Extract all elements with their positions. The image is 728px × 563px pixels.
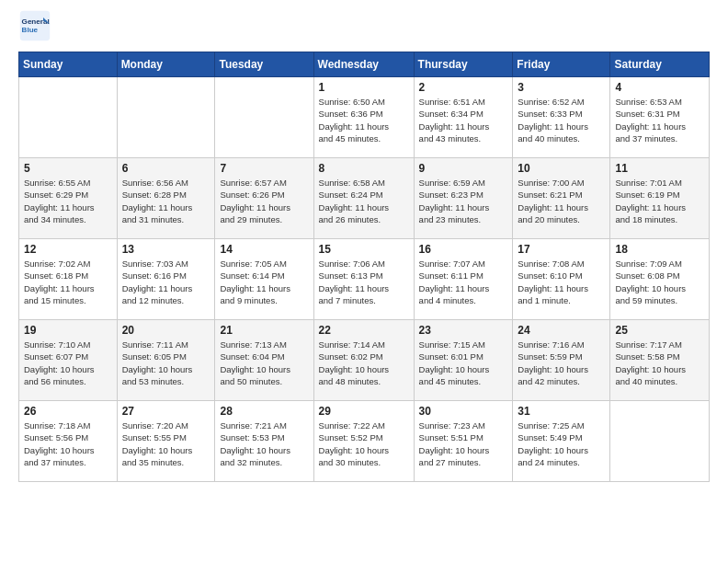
day-info: Sunrise: 6:57 AM Sunset: 6:26 PM Dayligh… — [220, 177, 308, 225]
day-number: 20 — [122, 324, 210, 337]
calendar-cell: 25Sunrise: 7:17 AM Sunset: 5:58 PM Dayli… — [610, 320, 710, 401]
calendar-cell: 14Sunrise: 7:05 AM Sunset: 6:14 PM Dayli… — [215, 239, 313, 320]
calendar-cell — [19, 77, 118, 158]
calendar-cell: 3Sunrise: 6:52 AM Sunset: 6:33 PM Daylig… — [513, 77, 610, 158]
page: General Blue SundayMondayTuesdayWednesda… — [0, 0, 728, 500]
calendar-cell: 13Sunrise: 7:03 AM Sunset: 6:16 PM Dayli… — [117, 239, 215, 320]
day-info: Sunrise: 7:15 AM Sunset: 6:01 PM Dayligh… — [419, 339, 508, 387]
day-info: Sunrise: 7:03 AM Sunset: 6:16 PM Dayligh… — [122, 258, 210, 306]
weekday-header-thursday: Thursday — [414, 52, 513, 77]
day-info: Sunrise: 6:51 AM Sunset: 6:34 PM Dayligh… — [419, 96, 508, 144]
calendar-week-row: 1Sunrise: 6:50 AM Sunset: 6:36 PM Daylig… — [19, 77, 710, 158]
day-info: Sunrise: 7:18 AM Sunset: 5:56 PM Dayligh… — [24, 419, 112, 468]
calendar-cell: 9Sunrise: 6:59 AM Sunset: 6:23 PM Daylig… — [414, 158, 513, 239]
day-number: 25 — [615, 324, 704, 337]
day-number: 10 — [518, 162, 605, 175]
day-number: 23 — [419, 324, 508, 337]
day-info: Sunrise: 7:06 AM Sunset: 6:13 PM Dayligh… — [319, 258, 409, 306]
logo: General Blue — [18, 9, 57, 42]
calendar-cell: 29Sunrise: 7:22 AM Sunset: 5:52 PM Dayli… — [313, 401, 414, 482]
day-number: 30 — [419, 405, 508, 418]
weekday-header-wednesday: Wednesday — [313, 52, 414, 77]
day-info: Sunrise: 7:11 AM Sunset: 6:05 PM Dayligh… — [122, 339, 210, 387]
day-number: 14 — [220, 243, 308, 256]
day-number: 13 — [122, 243, 210, 256]
calendar-cell: 18Sunrise: 7:09 AM Sunset: 6:08 PM Dayli… — [610, 239, 710, 320]
day-info: Sunrise: 7:00 AM Sunset: 6:21 PM Dayligh… — [518, 177, 605, 225]
day-info: Sunrise: 7:22 AM Sunset: 5:52 PM Dayligh… — [319, 419, 409, 468]
calendar-cell — [117, 77, 215, 158]
day-info: Sunrise: 6:53 AM Sunset: 6:31 PM Dayligh… — [615, 96, 704, 144]
calendar-cell: 2Sunrise: 6:51 AM Sunset: 6:34 PM Daylig… — [414, 77, 513, 158]
calendar-cell: 15Sunrise: 7:06 AM Sunset: 6:13 PM Dayli… — [313, 239, 414, 320]
weekday-header-sunday: Sunday — [19, 52, 118, 77]
day-info: Sunrise: 7:01 AM Sunset: 6:19 PM Dayligh… — [615, 177, 704, 225]
calendar-table: SundayMondayTuesdayWednesdayThursdayFrid… — [18, 52, 710, 482]
header: General Blue — [18, 9, 710, 42]
day-number: 16 — [419, 243, 508, 256]
calendar-cell: 30Sunrise: 7:23 AM Sunset: 5:51 PM Dayli… — [414, 401, 513, 482]
calendar-cell: 8Sunrise: 6:58 AM Sunset: 6:24 PM Daylig… — [313, 158, 414, 239]
day-number: 31 — [518, 405, 605, 418]
weekday-header-saturday: Saturday — [610, 52, 710, 77]
calendar-cell: 4Sunrise: 6:53 AM Sunset: 6:31 PM Daylig… — [610, 77, 710, 158]
day-info: Sunrise: 7:02 AM Sunset: 6:18 PM Dayligh… — [24, 258, 112, 306]
day-info: Sunrise: 7:09 AM Sunset: 6:08 PM Dayligh… — [615, 258, 704, 306]
day-number: 3 — [518, 81, 605, 94]
day-info: Sunrise: 7:16 AM Sunset: 5:59 PM Dayligh… — [518, 339, 605, 387]
calendar-cell: 7Sunrise: 6:57 AM Sunset: 6:26 PM Daylig… — [215, 158, 313, 239]
day-number: 6 — [122, 162, 210, 175]
calendar-cell: 16Sunrise: 7:07 AM Sunset: 6:11 PM Dayli… — [414, 239, 513, 320]
svg-text:Blue: Blue — [22, 26, 39, 34]
day-info: Sunrise: 7:17 AM Sunset: 5:58 PM Dayligh… — [615, 339, 704, 387]
calendar-cell: 21Sunrise: 7:13 AM Sunset: 6:04 PM Dayli… — [215, 320, 313, 401]
day-number: 2 — [419, 81, 508, 94]
day-info: Sunrise: 7:14 AM Sunset: 6:02 PM Dayligh… — [319, 339, 409, 387]
day-number: 1 — [319, 81, 409, 94]
weekday-header-row: SundayMondayTuesdayWednesdayThursdayFrid… — [19, 52, 710, 77]
day-number: 11 — [615, 162, 704, 175]
calendar-cell: 19Sunrise: 7:10 AM Sunset: 6:07 PM Dayli… — [19, 320, 118, 401]
day-number: 18 — [615, 243, 704, 256]
day-number: 21 — [220, 324, 308, 337]
day-number: 19 — [24, 324, 112, 337]
day-info: Sunrise: 6:55 AM Sunset: 6:29 PM Dayligh… — [24, 177, 112, 225]
day-info: Sunrise: 7:21 AM Sunset: 5:53 PM Dayligh… — [220, 419, 308, 468]
calendar-cell: 31Sunrise: 7:25 AM Sunset: 5:49 PM Dayli… — [513, 401, 610, 482]
day-number: 26 — [24, 405, 112, 418]
calendar-week-row: 19Sunrise: 7:10 AM Sunset: 6:07 PM Dayli… — [19, 320, 710, 401]
day-info: Sunrise: 6:59 AM Sunset: 6:23 PM Dayligh… — [419, 177, 508, 225]
calendar-cell: 22Sunrise: 7:14 AM Sunset: 6:02 PM Dayli… — [313, 320, 414, 401]
day-number: 7 — [220, 162, 308, 175]
calendar-cell: 26Sunrise: 7:18 AM Sunset: 5:56 PM Dayli… — [19, 401, 118, 482]
day-info: Sunrise: 6:56 AM Sunset: 6:28 PM Dayligh… — [122, 177, 210, 225]
day-number: 27 — [122, 405, 210, 418]
day-number: 28 — [220, 405, 308, 418]
calendar-cell: 12Sunrise: 7:02 AM Sunset: 6:18 PM Dayli… — [19, 239, 118, 320]
weekday-header-tuesday: Tuesday — [215, 52, 313, 77]
day-info: Sunrise: 7:25 AM Sunset: 5:49 PM Dayligh… — [518, 419, 605, 468]
day-info: Sunrise: 7:20 AM Sunset: 5:55 PM Dayligh… — [122, 419, 210, 468]
day-number: 17 — [518, 243, 605, 256]
day-number: 29 — [319, 405, 409, 418]
calendar-cell: 20Sunrise: 7:11 AM Sunset: 6:05 PM Dayli… — [117, 320, 215, 401]
calendar-cell: 1Sunrise: 6:50 AM Sunset: 6:36 PM Daylig… — [313, 77, 414, 158]
day-info: Sunrise: 7:07 AM Sunset: 6:11 PM Dayligh… — [419, 258, 508, 306]
day-number: 12 — [24, 243, 112, 256]
calendar-week-row: 5Sunrise: 6:55 AM Sunset: 6:29 PM Daylig… — [19, 158, 710, 239]
calendar-cell: 5Sunrise: 6:55 AM Sunset: 6:29 PM Daylig… — [19, 158, 118, 239]
calendar-cell: 24Sunrise: 7:16 AM Sunset: 5:59 PM Dayli… — [513, 320, 610, 401]
calendar-cell: 11Sunrise: 7:01 AM Sunset: 6:19 PM Dayli… — [610, 158, 710, 239]
weekday-header-monday: Monday — [117, 52, 215, 77]
day-info: Sunrise: 6:58 AM Sunset: 6:24 PM Dayligh… — [319, 177, 409, 225]
calendar-cell: 6Sunrise: 6:56 AM Sunset: 6:28 PM Daylig… — [117, 158, 215, 239]
day-info: Sunrise: 7:10 AM Sunset: 6:07 PM Dayligh… — [24, 339, 112, 387]
day-number: 4 — [615, 81, 704, 94]
day-info: Sunrise: 6:52 AM Sunset: 6:33 PM Dayligh… — [518, 96, 605, 144]
svg-text:General: General — [22, 17, 50, 26]
calendar-cell: 27Sunrise: 7:20 AM Sunset: 5:55 PM Dayli… — [117, 401, 215, 482]
calendar-cell: 10Sunrise: 7:00 AM Sunset: 6:21 PM Dayli… — [513, 158, 610, 239]
weekday-header-friday: Friday — [513, 52, 610, 77]
day-number: 9 — [419, 162, 508, 175]
day-number: 15 — [319, 243, 409, 256]
